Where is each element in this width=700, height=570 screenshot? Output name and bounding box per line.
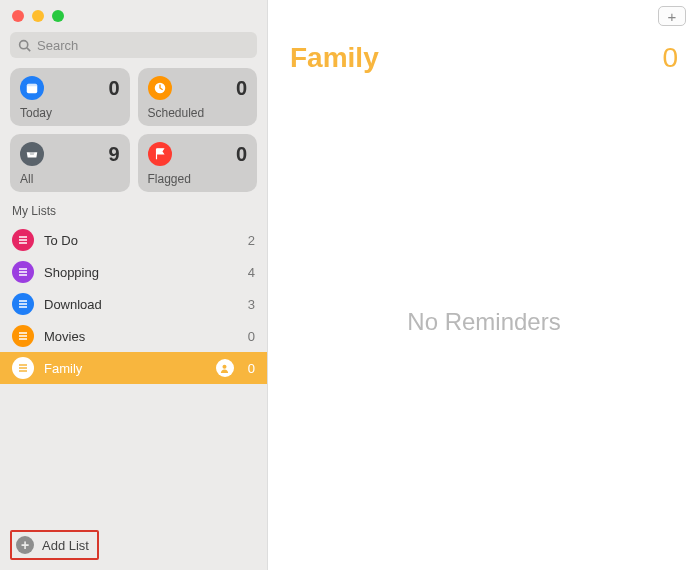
plus-circle-icon: +	[16, 536, 34, 554]
search-icon	[18, 39, 31, 52]
list-title: Family	[290, 42, 379, 74]
maximize-window-button[interactable]	[52, 10, 64, 22]
list-row[interactable]: To Do 2	[0, 224, 267, 256]
list-icon	[12, 293, 34, 315]
svg-rect-3	[27, 84, 38, 87]
svg-point-5	[223, 364, 227, 368]
list-label: To Do	[44, 233, 238, 248]
add-list-label: Add List	[42, 538, 89, 553]
list-count: 2	[248, 233, 255, 248]
smart-lists: 0 Today 0 Scheduled 9 All	[0, 68, 267, 202]
smart-flagged-label: Flagged	[148, 172, 248, 186]
list-count: 3	[248, 297, 255, 312]
empty-state-text: No Reminders	[407, 308, 560, 336]
add-list-button[interactable]: + Add List	[10, 530, 99, 560]
main-pane: + Family 0 No Reminders	[268, 0, 700, 570]
clock-icon	[148, 76, 172, 100]
plus-icon: +	[668, 8, 677, 25]
tray-icon	[20, 142, 44, 166]
smart-today[interactable]: 0 Today	[10, 68, 130, 126]
smart-scheduled-label: Scheduled	[148, 106, 248, 120]
svg-line-1	[27, 47, 30, 50]
list-row[interactable]: Shopping 4	[0, 256, 267, 288]
sidebar: 0 Today 0 Scheduled 9 All	[0, 0, 268, 570]
list-icon	[12, 229, 34, 251]
shared-icon	[216, 359, 234, 377]
list-count: 0	[248, 329, 255, 344]
list-total-count: 0	[662, 42, 678, 74]
add-reminder-button[interactable]: +	[658, 6, 686, 26]
smart-all-label: All	[20, 172, 120, 186]
smart-scheduled[interactable]: 0 Scheduled	[138, 68, 258, 126]
smart-all[interactable]: 9 All	[10, 134, 130, 192]
svg-point-0	[20, 40, 28, 48]
close-window-button[interactable]	[12, 10, 24, 22]
smart-scheduled-count: 0	[236, 77, 247, 100]
minimize-window-button[interactable]	[32, 10, 44, 22]
window-controls	[0, 0, 267, 32]
list-row-selected[interactable]: Family 0	[0, 352, 267, 384]
list-row[interactable]: Download 3	[0, 288, 267, 320]
smart-today-count: 0	[108, 77, 119, 100]
list-count: 0	[248, 361, 255, 376]
list-label: Family	[44, 361, 206, 376]
calendar-icon	[20, 76, 44, 100]
list-count: 4	[248, 265, 255, 280]
smart-flagged-count: 0	[236, 143, 247, 166]
list-label: Download	[44, 297, 238, 312]
search-input[interactable]	[37, 38, 249, 53]
flag-icon	[148, 142, 172, 166]
lists-container: To Do 2 Shopping 4 Download 3 Movies 0	[0, 224, 267, 522]
list-label: Movies	[44, 329, 238, 344]
smart-today-label: Today	[20, 106, 120, 120]
list-icon	[12, 325, 34, 347]
my-lists-header: My Lists	[0, 202, 267, 224]
smart-flagged[interactable]: 0 Flagged	[138, 134, 258, 192]
smart-all-count: 9	[108, 143, 119, 166]
list-icon	[12, 261, 34, 283]
list-icon	[12, 357, 34, 379]
list-label: Shopping	[44, 265, 238, 280]
search-field[interactable]	[10, 32, 257, 58]
list-row[interactable]: Movies 0	[0, 320, 267, 352]
